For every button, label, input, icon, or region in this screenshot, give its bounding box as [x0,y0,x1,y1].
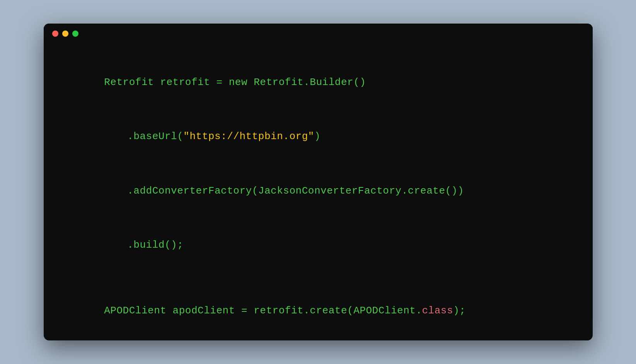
code-token: "https://httpbin.org" [183,131,314,142]
code-token: Retrofit [104,77,154,88]
code-token: Retrofit.Builder() [254,77,366,88]
code-token: ) [314,131,321,142]
code-token: retrofit = new [154,77,254,88]
code-token: .build(); [127,239,183,251]
blank-line [67,338,570,340]
code-line-1: Retrofit retrofit = new Retrofit.Builder… [67,55,570,109]
minimize-button[interactable] [62,31,68,37]
code-token: ); [453,305,465,316]
blank-line [67,272,570,284]
code-token: class [422,305,454,316]
titlebar [44,24,593,44]
code-token: .addConverterFactory(JacksonConverterFac… [127,185,464,197]
code-token: .baseUrl( [127,131,183,142]
code-editor: Retrofit retrofit = new Retrofit.Builder… [44,44,593,340]
code-line-4: .build(); [67,218,570,272]
code-token: APODClient apodClient = retrofit.create(… [104,305,422,316]
code-line-5: APODClient apodClient = retrofit.create(… [67,284,570,338]
code-window: Retrofit retrofit = new Retrofit.Builder… [44,24,593,340]
code-line-3: .addConverterFactory(JacksonConverterFac… [67,164,570,218]
maximize-button[interactable] [72,31,78,37]
close-button[interactable] [52,31,58,37]
code-line-2: .baseUrl("https://httpbin.org") [67,109,570,163]
